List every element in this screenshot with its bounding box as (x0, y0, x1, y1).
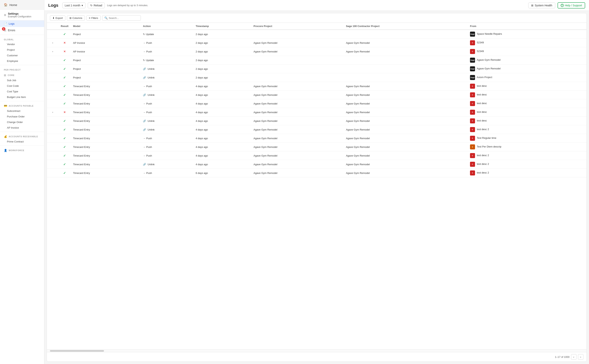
action-push: → Push (143, 137, 152, 140)
result-cell: ✓ (59, 151, 71, 160)
table-row[interactable]: ✓ Timecard Entry → Push 6 days ago Agave… (47, 169, 587, 177)
from-value: test desc (477, 84, 487, 87)
sidebar-item-home[interactable]: 🏠 Home (0, 0, 44, 10)
from-logo: C (470, 110, 475, 115)
table-row[interactable]: + ✕ Timecard Entry → Push 4 days ago Aga… (47, 108, 587, 117)
sidebar-item-prime-contract[interactable]: Prime Contract (0, 139, 44, 144)
workforce-icon: 👤 (4, 149, 7, 152)
result-check: ✓ (63, 93, 66, 97)
model-cell: Timecard Entry (71, 91, 141, 99)
export-button[interactable]: ⬇ Export (50, 15, 65, 21)
sidebar-item-subcontract[interactable]: Subcontract (0, 108, 44, 114)
global-section-label: GLOBAL (0, 36, 44, 41)
sidebar-item-project[interactable]: Project (0, 47, 44, 53)
sidebar-item-settings[interactable]: ⚙ Settings Example Configuration (0, 10, 44, 20)
from-value: test desc 2 (477, 128, 489, 131)
from-value: test desc 2 (477, 154, 489, 157)
action-update: ↻ Update (143, 59, 154, 62)
from-logo: C (470, 136, 475, 141)
reload-button[interactable]: ↻ Reload (88, 2, 105, 8)
table-row[interactable]: ✓ Project ↻ Update 2 days ago Sage Agave… (47, 56, 587, 65)
date-range-dropdown[interactable]: Last 1 month ▾ (62, 2, 85, 8)
result-cell: ✕ (59, 39, 71, 47)
table-row[interactable]: ✓ Timecard Entry 🔗 Unlink 4 days ago Aga… (47, 125, 587, 134)
timestamp-cell: 4 days ago (193, 108, 251, 117)
sidebar-item-vendor[interactable]: Vendor (0, 41, 44, 47)
procore-project-cell: Agave Gym Remodel (251, 117, 343, 125)
columns-button[interactable]: ⊞ Columns (67, 15, 85, 21)
from-cell: C test desc 2 (468, 169, 587, 177)
search-wrapper: 🔍 (102, 15, 141, 21)
table-row[interactable]: ✓ Project 🔗 Unlink 2 days ago Sage Agave… (47, 65, 587, 73)
result-check: ✓ (63, 154, 66, 157)
table-row[interactable]: ✓ Timecard Entry 🔗 Unlink 4 days ago Aga… (47, 117, 587, 125)
unlink-icon: 🔗 (143, 67, 146, 70)
result-check: ✓ (63, 119, 66, 123)
table-row[interactable]: ✓ Timecard Entry 🔗 Unlink 4 days ago Aga… (47, 160, 587, 169)
procore-project-cell: Agave Gym Remodel (251, 160, 343, 169)
table-row[interactable]: ✓ Project ↻ Update 2 days ago Sage Space… (47, 30, 587, 39)
model-cell: Timecard Entry (71, 134, 141, 143)
sidebar-item-cost-type[interactable]: Cost Type (0, 89, 44, 94)
action-cell: 🔗 Unlink (141, 125, 193, 134)
page-title: Logs (48, 3, 59, 8)
from-cell: C 52349 (468, 39, 587, 47)
sage-project-cell: Agave Gym Remodel (344, 160, 468, 169)
sidebar-item-purchase-order[interactable]: Purchase Order (0, 114, 44, 119)
result-check: ✓ (63, 85, 66, 88)
result-check: ✓ (63, 32, 66, 36)
reload-icon: ↻ (90, 4, 92, 7)
action-unlink: 🔗 Unlink (143, 163, 155, 166)
settings-icon: ⚙ (4, 13, 6, 17)
sidebar-item-errors[interactable]: 1 ⚠ Errors (0, 27, 44, 33)
sidebar-item-sub-job[interactable]: Sub Job (0, 78, 44, 83)
horizontal-scrollbar[interactable] (47, 349, 587, 352)
sidebar-item-budget-line-item[interactable]: Budget Line Item (0, 94, 44, 100)
prev-page-button[interactable]: ‹ (571, 354, 576, 360)
sidebar-item-logs[interactable]: 📄 Logs (0, 20, 44, 27)
ap-icon: 💳 (4, 104, 7, 107)
help-support-button[interactable]: ? Help / Support (557, 2, 585, 8)
search-input[interactable] (109, 17, 139, 20)
home-label: Home (9, 3, 17, 6)
sidebar-item-customer[interactable]: Customer (0, 53, 44, 58)
next-page-button[interactable]: › (578, 354, 583, 360)
table-row[interactable]: ✓ Timecard Entry 🔗 Unlink 4 days ago Aga… (47, 91, 587, 99)
from-cell: C test desc (468, 108, 587, 117)
sage-project-cell: Agave Gym Remodel (344, 125, 468, 134)
table-row[interactable]: ✓ Timecard Entry → Push 4 days ago Agave… (47, 151, 587, 160)
sidebar-item-cost-code[interactable]: Cost Code (0, 83, 44, 89)
from-value: test desc (477, 110, 487, 113)
table-row[interactable]: + ✕ AP Invoice → Push 2 days ago Agave G… (47, 39, 587, 47)
sidebar-item-employee[interactable]: Employee (0, 58, 44, 64)
from-logo: C (470, 118, 475, 124)
action-push: → Push (143, 172, 152, 175)
extra-indicator (47, 91, 59, 99)
from-value: Test Regular time (477, 136, 496, 139)
from-logo: C (470, 170, 475, 176)
core-section-header: ⊞ CORE (0, 72, 44, 78)
table-row[interactable]: ✓ Timecard Entry → Push 4 days ago Agave… (47, 143, 587, 151)
col-model: Model (71, 23, 141, 30)
arrow-icon: → (143, 111, 145, 114)
sidebar-item-change-order[interactable]: Change Order (0, 119, 44, 125)
extra-indicator (47, 125, 59, 134)
from-logo: Sage (470, 32, 475, 37)
filters-button[interactable]: ≡ Filters (86, 15, 101, 21)
table-scroll[interactable]: Result Model Action Timestamp Procore Pr… (47, 23, 587, 349)
table-toolbar: ⬇ Export ⊞ Columns ≡ Filters 🔍 (47, 13, 587, 23)
chevron-right-icon: › (580, 356, 581, 358)
table-row[interactable]: ✓ Timecard Entry → Push 4 days ago Agave… (47, 99, 587, 108)
sage-project-cell (344, 56, 468, 65)
table-row[interactable]: + ✕ AP Invoice → Push 2 days ago Agave G… (47, 47, 587, 56)
result-check: ✓ (63, 58, 66, 62)
system-health-button[interactable]: ⊞ System Health (528, 2, 555, 8)
table-row[interactable]: ✓ Project 🔗 Unlink 2 days ago Sage Axiom… (47, 73, 587, 82)
main-content: Logs Last 1 month ▾ ↻ Reload Logs are de… (44, 0, 589, 364)
action-cell: 🔗 Unlink (141, 160, 193, 169)
table-row[interactable]: ✓ Timecard Entry → Push 4 days ago Agave… (47, 82, 587, 91)
table-row[interactable]: ✓ Timecard Entry → Push 4 days ago Agave… (47, 134, 587, 143)
action-cell: 🔗 Unlink (141, 117, 193, 125)
result-cell: ✓ (59, 73, 71, 82)
sidebar-item-ap-invoice[interactable]: AP Invoice (0, 125, 44, 130)
